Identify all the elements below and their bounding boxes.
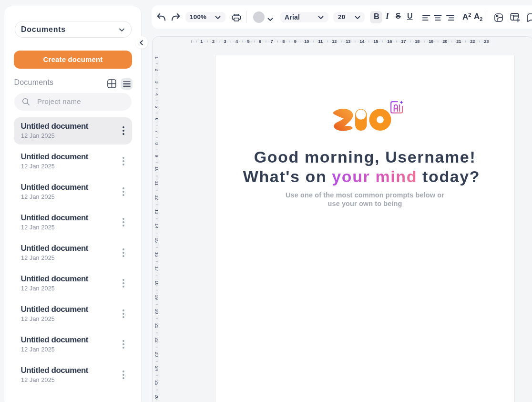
svg-text:13: 13	[154, 209, 160, 214]
svg-text:10: 10	[154, 166, 160, 171]
svg-text:4: 4	[235, 39, 238, 44]
svg-text:21: 21	[456, 39, 461, 44]
svg-text:24: 24	[154, 366, 160, 371]
svg-text:15: 15	[154, 237, 160, 242]
svg-text:20: 20	[442, 39, 447, 44]
svg-text:26: 26	[154, 394, 160, 399]
svg-text:14: 14	[359, 39, 365, 44]
svg-text:6: 6	[259, 39, 261, 44]
svg-text:22: 22	[470, 39, 475, 44]
svg-text:18: 18	[154, 280, 160, 285]
svg-text:23: 23	[484, 39, 489, 44]
svg-text:3: 3	[224, 39, 226, 44]
svg-text:2: 2	[212, 39, 214, 44]
svg-text:21: 21	[154, 323, 160, 328]
svg-text:11: 11	[318, 39, 323, 44]
svg-text:19: 19	[429, 39, 433, 44]
svg-text:9: 9	[294, 39, 296, 44]
svg-text:2: 2	[154, 69, 160, 71]
svg-text:1: 1	[154, 56, 160, 59]
svg-text:16: 16	[154, 252, 160, 257]
svg-text:6: 6	[154, 118, 160, 120]
svg-text:7: 7	[154, 130, 160, 133]
svg-text:7: 7	[270, 39, 273, 44]
svg-text:3: 3	[154, 81, 160, 83]
svg-text:17: 17	[154, 266, 160, 271]
svg-text:14: 14	[154, 224, 160, 228]
svg-text:18: 18	[415, 39, 419, 44]
svg-text:13: 13	[346, 39, 350, 44]
svg-text:8: 8	[154, 143, 160, 145]
svg-text:17: 17	[401, 39, 406, 44]
svg-text:15: 15	[373, 39, 378, 44]
svg-text:12: 12	[332, 39, 337, 44]
svg-text:9: 9	[154, 155, 160, 157]
svg-text:25: 25	[154, 380, 160, 385]
svg-text:12: 12	[154, 195, 160, 200]
svg-text:1: 1	[200, 39, 203, 44]
svg-text:11: 11	[154, 181, 160, 186]
svg-text:5: 5	[247, 39, 249, 44]
svg-text:22: 22	[154, 338, 160, 342]
svg-text:23: 23	[154, 352, 160, 357]
svg-text:20: 20	[154, 309, 160, 314]
svg-text:10: 10	[304, 39, 309, 44]
svg-text:19: 19	[154, 295, 160, 299]
svg-text:4: 4	[154, 93, 160, 96]
svg-text:5: 5	[154, 105, 160, 108]
svg-text:16: 16	[387, 39, 392, 44]
svg-text:8: 8	[282, 39, 285, 44]
